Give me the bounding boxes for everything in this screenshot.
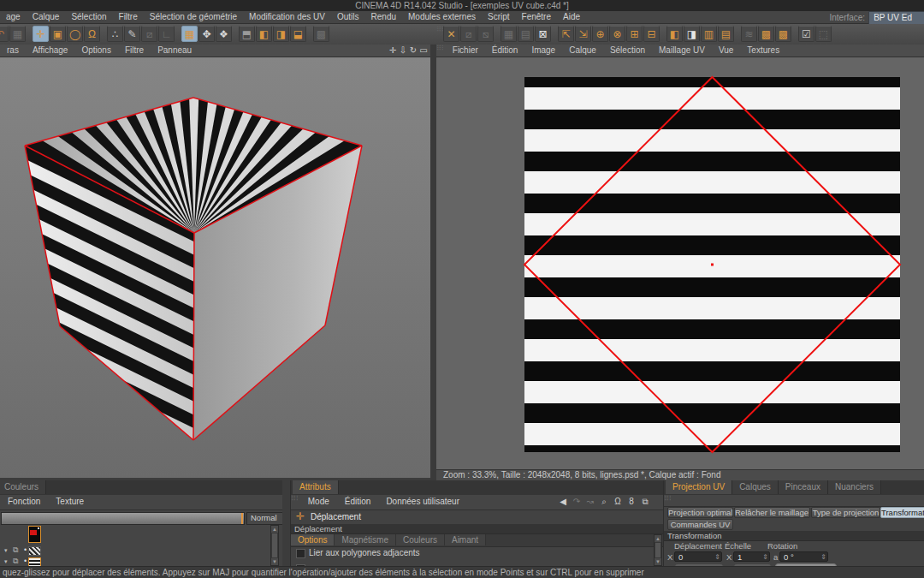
material-preview-layer-row[interactable] <box>0 525 270 546</box>
menu-item-s-lection-de-g-om-trie[interactable]: Sélection de géométrie <box>144 11 243 23</box>
uv-swap-b-icon[interactable]: ◨ <box>684 26 700 42</box>
scroll-up-icon[interactable]: ▲ <box>654 535 661 542</box>
subtab-options[interactable]: Options <box>291 534 335 545</box>
uv-rotate-cw-icon[interactable]: ⊕ <box>592 26 608 42</box>
materials-menu-texture[interactable]: Texture <box>48 495 92 509</box>
uv-center-point[interactable] <box>711 264 714 266</box>
uv-align-right-icon[interactable]: ⇲ <box>575 26 591 42</box>
menu-item-aide[interactable]: Aide <box>557 11 586 23</box>
button-commandes-uv[interactable]: Commandes UV <box>667 519 733 530</box>
menu-item-script[interactable]: Script <box>482 11 516 23</box>
tab-couleurs[interactable]: Couleurs <box>0 480 46 494</box>
expand-arrow-icon[interactable]: ▾ <box>4 547 8 554</box>
crumple-layer-row[interactable]: ▾⧉• <box>0 545 270 557</box>
cube-top-face-icon[interactable]: ◧ <box>256 26 272 42</box>
texture-menu-textures[interactable]: Textures <box>740 45 786 57</box>
tab-attributs[interactable]: Attributs <box>293 480 339 494</box>
attributes-menu-mode[interactable]: Mode <box>300 495 337 509</box>
menu-item-outils[interactable]: Outils <box>331 11 365 23</box>
uv-unstack-icon[interactable]: ▤ <box>718 26 734 42</box>
attributes-scrollbar[interactable]: ▲ ▼ <box>654 534 662 566</box>
layer-visibility-dot[interactable]: • <box>24 557 27 565</box>
scroll-thumb[interactable] <box>272 533 277 557</box>
link-icon[interactable]: 8 <box>625 495 638 509</box>
projection-painting-icon[interactable]: ⧄ <box>141 26 157 42</box>
tab-nuanciers[interactable]: Nuanciers <box>828 480 881 494</box>
search-icon[interactable]: ⌕ <box>597 495 611 509</box>
texture-menu-calque[interactable]: Calque <box>562 45 603 57</box>
texture-menu-maillage-uv[interactable]: Maillage UV <box>652 45 712 57</box>
button-relâcher-le-maillage-uv[interactable]: Relâcher le maillage UV <box>734 507 810 518</box>
texture-menu--dition[interactable]: Édition <box>485 45 525 57</box>
menu-item-fen-tre[interactable]: Fenêtre <box>516 11 557 23</box>
apply-selection-icon[interactable]: ✕ <box>443 26 459 42</box>
new-window-icon[interactable]: ⧉ <box>638 495 652 509</box>
texture-menu-vue[interactable]: Vue <box>712 45 740 57</box>
viewport-menu-options[interactable]: Options <box>74 45 117 57</box>
lock-axis-tool-icon[interactable]: Ω <box>84 26 100 42</box>
crumple-layer-thumbnail[interactable] <box>28 546 41 556</box>
uv-texture-view[interactable] <box>436 57 924 469</box>
attributes-menu--dition[interactable]: Édition <box>337 495 379 509</box>
cube-open-icon[interactable]: ◨ <box>273 26 289 42</box>
relax-uv-b-icon[interactable]: ⧅ <box>477 26 494 42</box>
relax-uv-a-icon[interactable]: ⧄ <box>460 26 477 42</box>
cube-unfold-icon[interactable]: ⬓ <box>290 26 306 42</box>
rotate-tool-icon[interactable]: ◯ <box>67 26 83 42</box>
subtab-magnétisme[interactable]: Magnétisme <box>335 534 395 545</box>
toggle-panels-icon[interactable]: ▭ <box>418 45 429 57</box>
stepper-icon[interactable]: ⇕ <box>820 552 826 562</box>
points-mode-icon[interactable]: ∴ <box>107 26 123 42</box>
expand-arrow-icon[interactable]: ▾ <box>4 558 8 565</box>
viewport-menu-ras[interactable]: ras <box>0 45 26 57</box>
pan-view-icon[interactable]: ✛ <box>388 45 398 57</box>
uv-align-left-icon[interactable]: ⇱ <box>558 26 574 42</box>
paint-brush-3d-icon[interactable]: ✎ <box>124 26 140 42</box>
uv-maximize-icon[interactable]: ⊞ <box>626 26 643 42</box>
uv-fit-canvas-icon[interactable]: ⊟ <box>643 26 660 42</box>
uv-doc-icon[interactable]: ▤ <box>518 26 534 42</box>
uv-frame-select-icon[interactable]: ⊠ <box>535 26 551 42</box>
uv-polygon-edit-icon[interactable]: ▦ <box>181 26 198 42</box>
scale-x-field[interactable]: 1⇕ <box>733 551 770 562</box>
uv-auto-select-icon[interactable]: ❖ <box>216 26 232 42</box>
move-tool-icon[interactable]: ✛ <box>33 26 49 42</box>
option-row[interactable]: Lier aux polygones adjacents <box>291 546 664 559</box>
scroll-down-icon[interactable]: ▼ <box>654 558 661 565</box>
uv-grid-icon[interactable]: ▦ <box>500 26 517 42</box>
blend-mode-dropdown[interactable]: Normal ▾ <box>246 512 282 525</box>
button-type-de-projection[interactable]: Type de projection <box>811 507 880 518</box>
texture-menu-image[interactable]: Image <box>524 45 562 57</box>
undo-icon[interactable]: ↶ <box>0 26 9 42</box>
menu-item-modification-des-uv[interactable]: Modification des UV <box>243 11 331 23</box>
materials-menu-fonction[interactable]: Fonction <box>0 495 48 509</box>
stepper-icon[interactable]: ⇕ <box>762 552 768 562</box>
lines-layer-thumbnail[interactable] <box>28 557 41 566</box>
rotation-field[interactable]: 0 °⇕ <box>779 551 828 562</box>
move-x-field[interactable]: 0⇕ <box>674 551 722 562</box>
scroll-up-icon[interactable]: ▲ <box>271 526 278 533</box>
viewport-menu-filtre[interactable]: Filtre <box>118 45 151 57</box>
axis-mode-icon[interactable]: ∟ <box>158 26 175 42</box>
menu-item-rendu[interactable]: Rendu <box>365 11 402 23</box>
uv-relax-wave-icon[interactable]: ≋ <box>741 26 757 42</box>
uv-point-edit-icon[interactable]: ✥ <box>198 26 215 42</box>
rotate-view-icon[interactable]: ↻ <box>408 45 418 57</box>
material-preview-layer-thumbnail[interactable] <box>28 526 41 543</box>
subtab-aimant[interactable]: Aimant <box>445 534 486 545</box>
button-projection-optimale[interactable]: Projection optimale <box>667 507 733 518</box>
menu-item-calque[interactable]: Calque <box>27 11 66 23</box>
interface-dropdown[interactable]: BP UV Ed <box>868 11 924 25</box>
materials-scrollbar[interactable]: ▲ ▼ <box>270 525 279 566</box>
scale-tool-icon[interactable]: ▣ <box>50 26 66 42</box>
uv-checker-b-icon[interactable]: ▩ <box>775 26 791 42</box>
uv-option-off-icon[interactable]: ⬚ <box>815 26 832 42</box>
lines-layer-row[interactable]: ▾⧉• <box>0 557 270 566</box>
menu-item-age[interactable]: age <box>0 11 27 23</box>
uv-swap-a-icon[interactable]: ◧ <box>666 26 683 42</box>
tab-calques[interactable]: Calques <box>732 480 779 494</box>
checkbox-icon[interactable] <box>296 549 305 558</box>
history-forward-icon[interactable]: ↷ <box>570 495 583 509</box>
panel-splitter[interactable] <box>430 45 436 480</box>
redo-icon[interactable]: ↝ <box>583 495 597 509</box>
